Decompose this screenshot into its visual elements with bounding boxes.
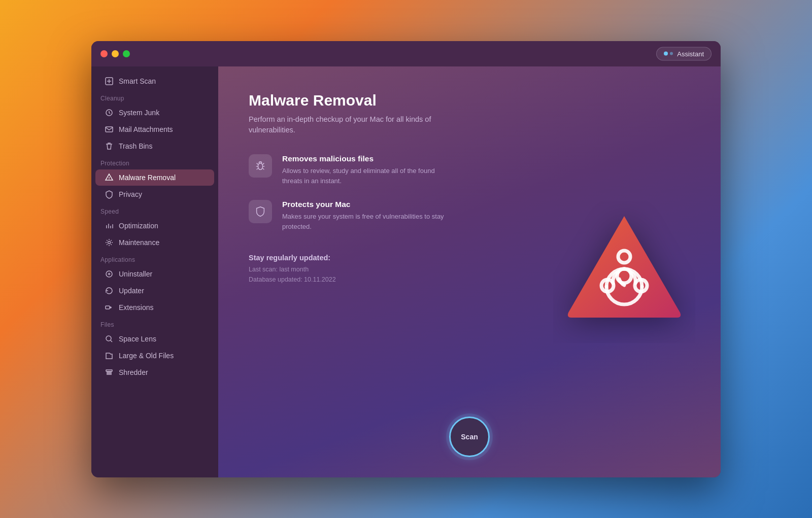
sidebar-item-maintenance-label: Maintenance bbox=[119, 238, 159, 247]
sidebar-item-extensions[interactable]: Extensions bbox=[95, 299, 214, 316]
space-lens-icon bbox=[105, 334, 114, 343]
sidebar-item-updater[interactable]: Updater bbox=[95, 283, 214, 299]
sidebar-section-files: Files bbox=[91, 316, 218, 330]
assistant-label: Assistant bbox=[677, 50, 704, 57]
feature-removes-malicious-desc: Allows to review, study and eliminate al… bbox=[282, 166, 455, 186]
title-bar: Assistant bbox=[91, 41, 721, 66]
minimize-button[interactable] bbox=[112, 50, 119, 57]
svg-point-8 bbox=[258, 163, 262, 169]
assistant-dot2-icon bbox=[670, 52, 673, 55]
sidebar-item-space-lens-label: Space Lens bbox=[119, 335, 156, 343]
sidebar-section-applications: Applications bbox=[91, 251, 218, 265]
sidebar-item-privacy[interactable]: Privacy bbox=[95, 186, 214, 202]
sidebar-item-large-old-files[interactable]: Large & Old Files bbox=[95, 348, 214, 364]
sidebar-item-trash-label: Trash Bins bbox=[119, 142, 152, 150]
sidebar-item-mail-label: Mail Attachments bbox=[119, 125, 173, 133]
maintenance-icon bbox=[105, 238, 114, 247]
sidebar-item-uninstaller-label: Uninstaller bbox=[119, 270, 152, 278]
sidebar-item-uninstaller[interactable]: Uninstaller bbox=[95, 266, 214, 282]
uninstaller-icon bbox=[105, 269, 114, 279]
large-files-icon bbox=[105, 351, 114, 360]
sidebar-item-privacy-label: Privacy bbox=[119, 190, 142, 198]
page-description: Perform an in-depth checkup of your Mac … bbox=[249, 114, 442, 136]
sidebar-item-malware-removal[interactable]: Malware Removal bbox=[95, 169, 214, 186]
bug-icon bbox=[254, 160, 266, 172]
page-title: Malware Removal bbox=[249, 92, 690, 109]
sidebar-section-speed: Speed bbox=[91, 203, 218, 217]
svg-rect-2 bbox=[106, 127, 113, 132]
sidebar-item-mail-attachments[interactable]: Mail Attachments bbox=[95, 121, 214, 137]
maximize-button[interactable] bbox=[123, 50, 130, 57]
sidebar-item-updater-label: Updater bbox=[119, 287, 144, 295]
shredder-icon bbox=[105, 368, 114, 377]
sidebar-item-space-lens[interactable]: Space Lens bbox=[95, 331, 214, 347]
sidebar-item-smart-scan-label: Smart Scan bbox=[119, 77, 156, 85]
mail-icon bbox=[105, 125, 114, 134]
feature-removes-malicious-title: Removes malicious files bbox=[282, 154, 455, 163]
system-junk-icon bbox=[105, 108, 114, 117]
privacy-icon bbox=[105, 190, 114, 199]
sidebar: Smart Scan Cleanup System Junk bbox=[91, 66, 218, 477]
app-window: Assistant Smart Scan Cleanup bbox=[91, 41, 721, 477]
sidebar-item-maintenance[interactable]: Maintenance bbox=[95, 234, 214, 251]
feature-removes-malicious-text: Removes malicious files Allows to review… bbox=[282, 154, 455, 186]
sidebar-section-protection: Protection bbox=[91, 155, 218, 169]
feature-protects-mac-text: Protects your Mac Makes sure your system… bbox=[282, 200, 455, 231]
sidebar-item-shredder[interactable]: Shredder bbox=[95, 364, 214, 381]
sidebar-item-system-junk-label: System Junk bbox=[119, 109, 159, 117]
sidebar-item-shredder-label: Shredder bbox=[119, 368, 148, 376]
optimization-icon bbox=[105, 221, 114, 230]
svg-rect-7 bbox=[106, 370, 112, 371]
scan-button-container: Scan bbox=[449, 417, 490, 457]
sidebar-item-optimization[interactable]: Optimization bbox=[95, 218, 214, 234]
feature-protects-mac-title: Protects your Mac bbox=[282, 200, 455, 209]
biohazard-svg bbox=[553, 201, 695, 343]
close-button[interactable] bbox=[100, 50, 108, 57]
biohazard-illustration bbox=[553, 201, 695, 343]
assistant-button[interactable]: Assistant bbox=[656, 47, 712, 60]
feature-protects-mac-desc: Makes sure your system is free of vulner… bbox=[282, 212, 455, 231]
traffic-lights bbox=[100, 50, 130, 57]
shield-icon bbox=[254, 205, 266, 218]
sidebar-item-large-old-files-label: Large & Old Files bbox=[119, 352, 174, 360]
content-header: Malware Removal Perform an in-depth chec… bbox=[249, 92, 690, 136]
app-body: Smart Scan Cleanup System Junk bbox=[91, 66, 721, 477]
sidebar-item-optimization-label: Optimization bbox=[119, 222, 158, 230]
bug-icon-wrap bbox=[249, 154, 272, 178]
shield-icon-wrap bbox=[249, 200, 272, 223]
trash-icon bbox=[105, 142, 114, 151]
svg-rect-5 bbox=[106, 306, 110, 309]
feature-removes-malicious: Removes malicious files Allows to review… bbox=[249, 154, 690, 186]
sidebar-item-malware-label: Malware Removal bbox=[119, 174, 176, 182]
scan-button[interactable]: Scan bbox=[449, 417, 490, 457]
sidebar-item-smart-scan[interactable]: Smart Scan bbox=[95, 73, 214, 89]
malware-icon bbox=[105, 173, 114, 182]
sidebar-item-extensions-label: Extensions bbox=[119, 303, 153, 312]
svg-point-3 bbox=[108, 241, 111, 244]
smart-scan-icon bbox=[105, 77, 114, 86]
main-content: Malware Removal Perform an in-depth chec… bbox=[218, 66, 721, 477]
svg-point-6 bbox=[106, 336, 111, 341]
extensions-icon bbox=[105, 303, 114, 312]
sidebar-item-trash-bins[interactable]: Trash Bins bbox=[95, 138, 214, 154]
sidebar-item-system-junk[interactable]: System Junk bbox=[95, 105, 214, 121]
updater-icon bbox=[105, 286, 114, 295]
sidebar-section-cleanup: Cleanup bbox=[91, 90, 218, 104]
assistant-dot-icon bbox=[664, 52, 668, 56]
